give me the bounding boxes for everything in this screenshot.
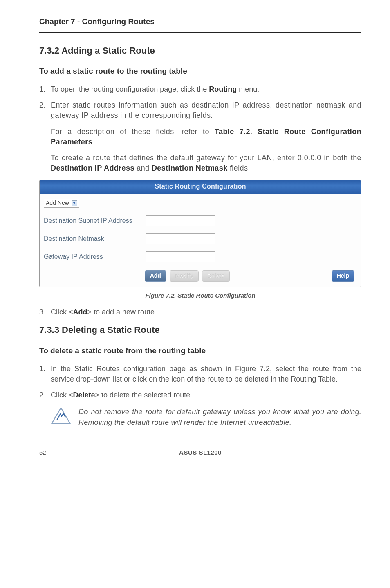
page-footer: 52 ASUS SL1200 <box>39 448 361 457</box>
panel-row-dest-ip: Destination Subnet IP Address <box>40 212 361 230</box>
panel-row-gateway: Gateway IP Address <box>40 248 361 266</box>
add-step-2-c4: Destination Netmask <box>152 164 228 172</box>
delete-step-2-a: Click < <box>51 391 73 399</box>
add-step-3-a: Click < <box>51 308 73 316</box>
section-7-3-2-title: 7.3.2 Adding a Static Route <box>39 45 361 57</box>
warning-icon <box>51 407 71 425</box>
add-route-subhead: To add a static route to the routing tab… <box>39 66 361 77</box>
add-step-2-para2: For a description of these fields, refer… <box>51 127 361 147</box>
warning-text: Do not remove the route for default gate… <box>78 407 361 427</box>
delete-step-2-c: > to delete the selected route. <box>95 391 193 399</box>
add-new-select-label: Add New <box>46 199 69 207</box>
add-step-3-c: > to add a new route. <box>87 308 157 316</box>
panel-title: Static Routing Configuration <box>40 180 361 193</box>
delete-route-subhead: To delete a static route from the routin… <box>39 346 361 357</box>
panel-button-row: Add Modify Delete Help <box>40 266 361 287</box>
add-step-2-para3: To create a route that defines the defau… <box>51 153 361 173</box>
add-step-3-b: Add <box>73 308 87 316</box>
add-step-2: Enter static routes information such as … <box>39 100 361 173</box>
add-new-select[interactable]: Add New ▾ <box>44 199 79 208</box>
header-rule <box>39 32 361 33</box>
add-step-1-c: menu. <box>237 85 259 93</box>
gateway-label: Gateway IP Address <box>44 252 146 261</box>
modify-button[interactable]: Modify <box>170 270 199 282</box>
add-step-2-a: Enter static routes information such as … <box>51 101 361 119</box>
figure-caption: Figure 7.2. Static Route Configuration <box>39 291 361 300</box>
add-step-2-b1: For a description of these fields, refer… <box>51 128 215 136</box>
page-number: 52 <box>39 448 64 457</box>
static-routing-config-panel: Static Routing Configuration Add New ▾ D… <box>39 180 361 287</box>
warning-note: Do not remove the route for default gate… <box>51 407 361 427</box>
dest-mask-input[interactable] <box>146 233 215 244</box>
delete-button[interactable]: Delete <box>202 270 230 282</box>
add-route-steps-cont: Click <Add> to add a new route. <box>39 307 361 317</box>
panel-row-dest-mask: Destination Netmask <box>40 230 361 248</box>
delete-step-1: In the Static Routes configuration page … <box>39 364 361 384</box>
dest-mask-label: Destination Netmask <box>44 234 146 243</box>
add-step-3: Click <Add> to add a new route. <box>39 307 361 317</box>
add-step-2-c5: fields. <box>228 164 250 172</box>
add-step-2-b3: . <box>92 138 94 146</box>
panel-row-select: Add New ▾ <box>40 194 361 212</box>
add-route-steps: To open the routing configuration page, … <box>39 84 361 173</box>
section-7-3-3-title: 7.3.3 Deleting a Static Route <box>39 324 361 337</box>
add-step-1-a: To open the routing configuration page, … <box>51 85 209 93</box>
chevron-down-icon: ▾ <box>72 200 77 206</box>
add-step-1: To open the routing configuration page, … <box>39 84 361 94</box>
product-name: ASUS SL1200 <box>64 448 337 457</box>
delete-step-2: Click <Delete> to delete the selected ro… <box>39 390 361 400</box>
add-button[interactable]: Add <box>145 270 166 282</box>
add-step-2-c2: Destination IP Address <box>51 164 134 172</box>
add-step-2-c1: To create a route that defines the defau… <box>51 154 361 162</box>
select-cell: Add New ▾ <box>44 198 146 208</box>
gateway-input[interactable] <box>146 251 215 262</box>
add-step-1-b: Routing <box>209 85 237 93</box>
delete-step-2-b: Delete <box>73 391 95 399</box>
running-header: Chapter 7 - Configuring Routes <box>39 16 361 27</box>
add-step-2-c3: and <box>134 164 152 172</box>
dest-ip-label: Destination Subnet IP Address <box>44 216 146 225</box>
dest-ip-input[interactable] <box>146 215 215 226</box>
help-button[interactable]: Help <box>332 270 354 282</box>
delete-route-steps: In the Static Routes configuration page … <box>39 364 361 401</box>
